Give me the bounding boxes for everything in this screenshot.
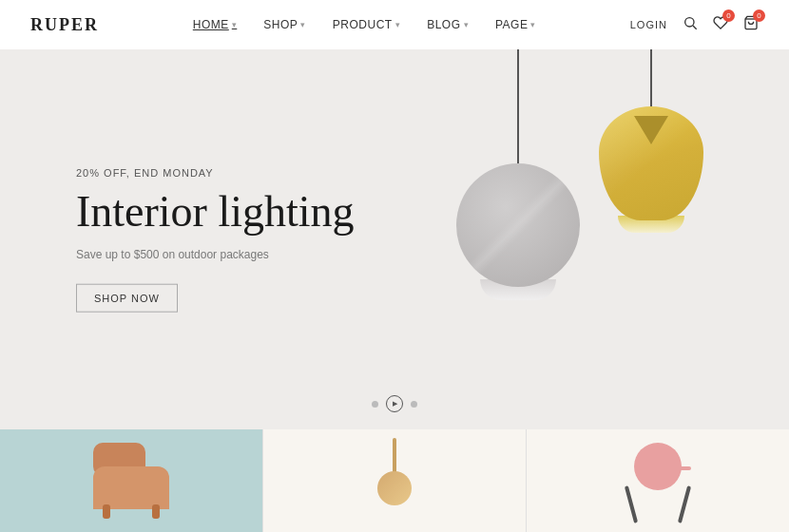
nav-link-page[interactable]: PAGE ▾: [495, 18, 536, 31]
products-section: [0, 429, 789, 532]
chair-leg-left: [103, 504, 110, 519]
lamp-yellow-body: [599, 106, 703, 220]
cart-badge: 0: [753, 10, 765, 22]
hero-section: 20% OFF, END MONDAY Interior lighting Sa…: [0, 49, 789, 429]
chair-leg-right: [152, 504, 160, 519]
hero-promo-label: 20% OFF, END MONDAY: [76, 167, 355, 179]
nav-link-blog[interactable]: BLOG ▾: [427, 18, 469, 31]
product-card-modern-chair[interactable]: [527, 429, 789, 532]
nav-item-product[interactable]: PRODUCT ▾: [333, 18, 400, 31]
hero-subtitle: Save up to $500 on outdoor packages: [76, 247, 355, 260]
spotlight-illustration: [361, 438, 428, 523]
shop-now-button[interactable]: SHOP NOW: [76, 283, 178, 312]
nav-link-home[interactable]: HOME ▾: [193, 18, 238, 31]
chair-2-leg-right: [678, 485, 691, 523]
nav-item-home[interactable]: HOME ▾: [193, 18, 238, 31]
carousel-dot-3[interactable]: [411, 401, 417, 408]
nav-link-shop[interactable]: SHOP ▾: [263, 18, 306, 31]
svg-point-0: [685, 18, 694, 27]
chevron-down-icon: ▾: [300, 20, 306, 29]
nav-links: HOME ▾ SHOP ▾ PRODUCT ▾ BLOG ▾ PAGE: [193, 18, 536, 31]
armchair-illustration: [88, 443, 174, 519]
svg-line-1: [693, 26, 697, 29]
hero-text-block: 20% OFF, END MONDAY Interior lighting Sa…: [76, 167, 355, 313]
lamp-gray-cord: [517, 49, 519, 163]
lamp-yellow-shape: [599, 106, 703, 220]
chevron-down-icon: ▾: [395, 20, 401, 29]
lamp-yellow: [599, 49, 703, 233]
chair-seat: [93, 466, 169, 509]
lamp-gray-body: [456, 163, 580, 287]
lamp-yellow-notch: [634, 116, 668, 144]
search-icon[interactable]: [683, 15, 698, 34]
chevron-down-icon: ▾: [232, 20, 238, 29]
wishlist-icon[interactable]: 0: [713, 15, 728, 34]
lamp-gray-fold: [456, 163, 580, 287]
modern-chair-illustration: [620, 438, 696, 523]
product-card-armchair[interactable]: [0, 429, 263, 532]
hero-title: Interior lighting: [76, 188, 355, 237]
nav-link-product[interactable]: PRODUCT ▾: [333, 18, 400, 31]
chair-2-armrest: [667, 466, 691, 470]
chevron-down-icon: ▾: [464, 20, 470, 29]
hero-carousel-dots: [372, 395, 417, 412]
nav-item-shop[interactable]: SHOP ▾: [263, 18, 306, 31]
carousel-dot-1[interactable]: [372, 401, 378, 408]
spotlight-head: [377, 471, 412, 505]
nav-right-icons: LOGIN 0 0: [630, 15, 759, 34]
spotlight-arm: [393, 438, 396, 476]
nav-item-page[interactable]: PAGE ▾: [495, 18, 536, 31]
wishlist-badge: 0: [722, 10, 735, 22]
brand-logo[interactable]: RUPER: [30, 15, 99, 35]
nav-item-blog[interactable]: BLOG ▾: [427, 18, 469, 31]
chevron-down-icon: ▾: [530, 20, 536, 29]
navbar: RUPER HOME ▾ SHOP ▾ PRODUCT ▾ BLOG ▾: [0, 0, 789, 49]
login-button[interactable]: LOGIN: [630, 19, 667, 30]
chair-2-leg-left: [625, 485, 638, 523]
lamp-yellow-cord: [650, 49, 652, 106]
lamp-gray: [456, 49, 580, 300]
cart-icon[interactable]: 0: [743, 15, 759, 34]
carousel-dot-2-active[interactable]: [386, 395, 403, 412]
product-card-spotlight[interactable]: [263, 429, 527, 532]
